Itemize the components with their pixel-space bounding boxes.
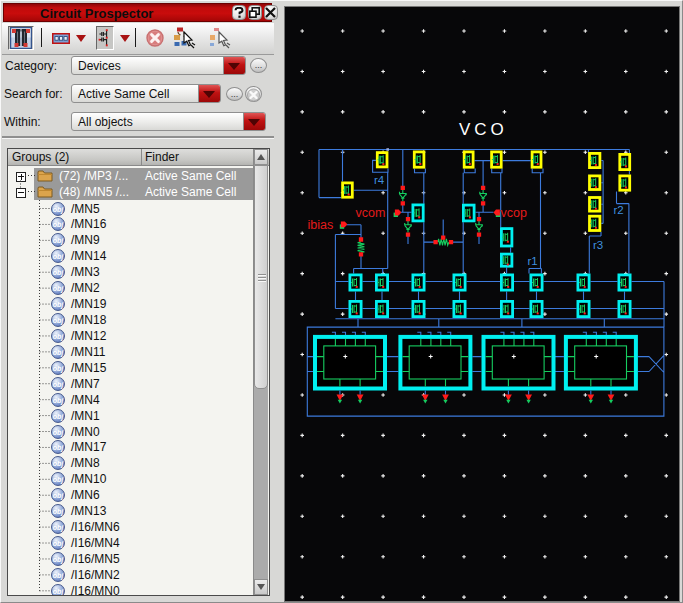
delay-cell[interactable] [484,332,554,403]
object-icon: obj [51,552,65,566]
within-combo[interactable]: All objects [71,112,266,131]
within-dropdown-arrow[interactable] [243,113,265,130]
prospect-resistor-button[interactable] [52,26,70,50]
highlighted-device[interactable] [590,153,600,167]
tree-item[interactable]: obj/I16/MN6 [8,519,253,535]
tree-item[interactable]: obj/MN2 [8,280,253,296]
highlighted-device[interactable] [620,154,630,169]
mos-stack-icon [97,27,113,49]
column-divider[interactable] [141,149,142,166]
category-more-button[interactable]: ... [250,58,267,73]
tree-item[interactable]: obj/I16/MN5 [8,551,253,567]
tree-item[interactable]: obj/MN18 [8,312,253,328]
device[interactable] [413,205,423,221]
schematic-canvas[interactable]: VCOvcomvcopibiasr4r2r3r1 [284,6,680,602]
highlighted-device[interactable] [414,152,424,167]
tree-item[interactable]: obj/MN9 [8,232,253,248]
device[interactable] [531,301,542,316]
resistor-menu-arrow[interactable] [76,35,86,42]
delay-cell[interactable] [315,332,385,403]
stop-icon [146,29,164,47]
device[interactable] [413,301,424,316]
highlighted-device[interactable] [343,183,353,197]
device[interactable] [619,275,630,290]
object-icon: obj [51,409,65,423]
tree-item[interactable]: obj/MN11 [8,344,253,360]
tree-item[interactable]: obj/MN17 [8,439,253,455]
device[interactable] [463,205,474,221]
tree-item[interactable]: obj/MN19 [8,296,253,312]
delay-cell[interactable] [566,332,636,403]
restore-button[interactable] [248,5,262,20]
search-for-combo[interactable]: Active Same Cell [71,84,221,103]
device[interactable] [454,275,465,290]
tree-item[interactable]: obj/MN7 [8,376,253,392]
tree-item-label: /MN14 [71,249,106,263]
device[interactable] [501,275,512,290]
clear-search-button[interactable] [245,86,262,102]
restore-icon [249,7,260,18]
highlighted-device[interactable] [590,216,600,230]
object-icon-label: obj [52,413,64,420]
device[interactable] [531,275,542,290]
device[interactable] [501,301,512,316]
device[interactable] [454,301,465,316]
device[interactable] [376,301,387,316]
device[interactable] [578,301,589,316]
highlighted-device[interactable] [590,176,600,190]
stop-button[interactable] [145,26,165,50]
tree-item[interactable]: obj/MN12 [8,328,253,344]
search-for-dropdown-arrow[interactable] [198,85,220,102]
scrollbar-thumb[interactable] [254,165,268,389]
device[interactable] [578,275,589,290]
device[interactable] [501,229,512,246]
tree-item[interactable]: obj/MN3 [8,264,253,280]
tree-item-label: /I16/MN5 [71,552,120,566]
tree-item[interactable]: obj/MN1 [8,408,253,424]
highlighted-device[interactable] [377,153,387,167]
category-combo[interactable]: Devices [71,56,246,75]
tree-item[interactable]: obj/MN13 [8,503,253,519]
search-more-button[interactable]: ... [226,87,243,101]
tree-item[interactable]: obj/I16/MN4 [8,535,253,551]
tree-item[interactable]: obj/MN4 [8,392,253,408]
tree-item-label: /MN3 [71,265,100,279]
prospect-mos-stack-button[interactable] [96,26,114,50]
object-icon: obj [51,536,65,550]
mos-menu-arrow[interactable] [120,35,130,42]
tree-item[interactable]: obj/MN15 [8,360,253,376]
tree-item[interactable]: obj/I16/MN2 [8,567,253,583]
highlighted-device[interactable] [590,198,600,212]
highlighted-device[interactable] [492,152,502,167]
help-button[interactable] [232,5,246,20]
device[interactable] [501,254,512,266]
device[interactable] [350,275,361,290]
tree-item[interactable]: obj/MN0 [8,424,253,440]
trace-select-button[interactable] [172,26,198,50]
category-dropdown-arrow[interactable] [223,57,245,74]
tree-item[interactable]: obj/MN16 [8,216,253,232]
device[interactable] [413,275,424,290]
device[interactable] [350,301,361,316]
device[interactable] [376,275,387,290]
title-bar[interactable]: Circuit Prospector [3,3,272,22]
tree-item[interactable]: obj/MN5 [8,201,253,217]
close-button[interactable] [264,5,278,20]
tree-item[interactable]: obj/I16/MN0 [8,583,253,596]
tree-item[interactable]: obj/MN14 [8,248,253,264]
finder-column-header[interactable]: Finder [145,150,179,164]
delay-cell[interactable] [400,332,470,403]
tree-item[interactable]: obj/MN6 [8,487,253,503]
tree-item[interactable]: obj/MN8 [8,455,253,471]
tree-item-label: /MN8 [71,456,100,470]
device[interactable] [619,301,630,316]
highlighted-device[interactable] [620,176,630,190]
highlighted-device[interactable] [464,152,473,167]
highlighted-device[interactable] [532,152,541,167]
prospect-transistor-pairs-button[interactable] [8,26,34,50]
probe-cursor-button[interactable] [207,26,233,50]
tree-item[interactable]: obj/MN10 [8,471,253,487]
scroll-up-button[interactable] [254,149,268,165]
tree-scrollbar[interactable] [253,149,268,595]
scroll-down-button[interactable] [254,579,268,595]
